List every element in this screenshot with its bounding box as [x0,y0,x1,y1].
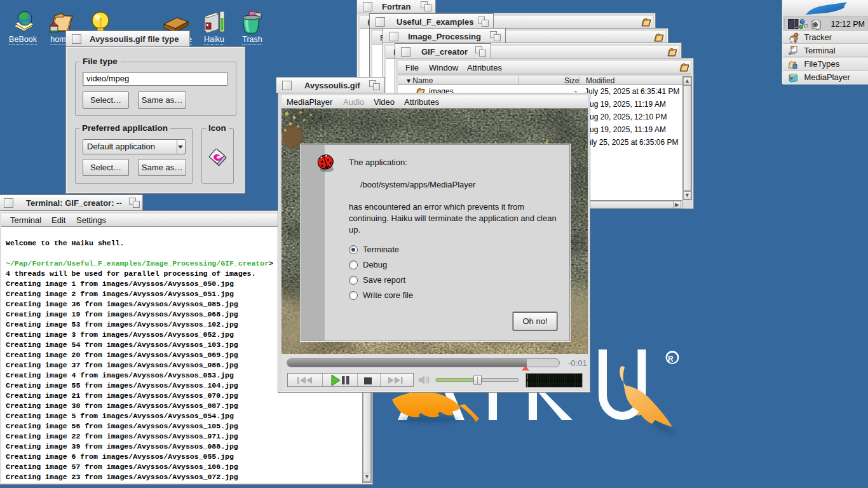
svg-text:R: R [668,355,674,363]
